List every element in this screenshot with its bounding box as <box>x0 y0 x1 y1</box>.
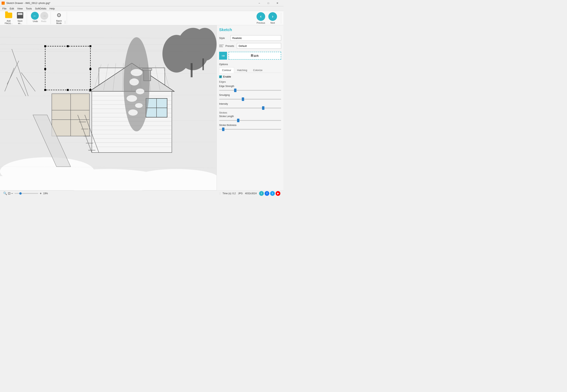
menu-softorbits[interactable]: SoftOrbits <box>33 6 48 11</box>
add-files-button[interactable]: AddFile(s)... <box>3 11 14 25</box>
stroke-length-section: Stroke Length <box>219 115 281 121</box>
menu-edit[interactable]: Edit <box>8 6 15 11</box>
info-icon[interactable]: i <box>259 191 264 196</box>
social-icons: i f t ▶ <box>259 191 280 196</box>
svg-rect-77 <box>67 45 69 47</box>
folder-icon <box>5 13 12 18</box>
tabs: Contour Hatching Colorize <box>219 67 281 73</box>
style-label: Style <box>219 37 229 40</box>
gear-icon: ⚙ <box>57 12 61 18</box>
facebook-icon[interactable]: f <box>265 191 269 196</box>
youtube-icon[interactable]: ▶ <box>276 191 280 196</box>
stroke-length-slider[interactable] <box>219 120 281 121</box>
undo-button[interactable]: ← <box>31 12 39 20</box>
svg-point-57 <box>136 89 144 94</box>
menu-help[interactable]: Help <box>48 6 56 11</box>
menu-file[interactable]: File <box>1 6 8 11</box>
edge-strength-section: Edge Strength <box>219 85 281 91</box>
save-as-label: Saveas... <box>17 20 22 24</box>
run-button[interactable]: Run <box>228 52 281 60</box>
redo-label: Redo <box>41 20 46 22</box>
previous-button[interactable]: ‹ <box>256 12 265 21</box>
options-label: Options <box>219 63 281 66</box>
add-files-label: AddFile(s)... <box>5 20 13 24</box>
presets-row: Presets Default Soft Hard <box>219 43 281 49</box>
enable-checkbox[interactable] <box>219 75 222 78</box>
smudging-label: Smudging <box>219 94 281 97</box>
smudging-slider[interactable] <box>219 99 281 99</box>
intensity-label: Intensity <box>219 102 281 105</box>
app-icon <box>1 1 5 5</box>
toolbar-group-batch: ⚙ BatchMode <box>52 12 67 24</box>
svg-rect-82 <box>67 89 69 91</box>
intensity-slider[interactable] <box>219 108 281 108</box>
svg-rect-80 <box>89 68 91 70</box>
tab-colorize[interactable]: Colorize <box>250 67 266 73</box>
svg-rect-65 <box>0 176 217 190</box>
save-icon <box>16 12 24 19</box>
strokes-label: Strokes <box>219 111 281 114</box>
svg-point-59 <box>135 103 142 108</box>
svg-rect-76 <box>44 45 46 47</box>
tab-hatching[interactable]: Hatching <box>234 67 250 73</box>
twitter-icon[interactable]: t <box>270 191 275 196</box>
svg-point-58 <box>127 95 137 101</box>
smudging-section: Smudging <box>219 94 281 100</box>
menu-bar: File Edit View Tools SoftOrbits Help <box>0 6 284 11</box>
presets-icon <box>219 43 224 48</box>
svg-point-5 <box>193 28 217 61</box>
svg-rect-81 <box>44 89 46 91</box>
toolbar: AddFile(s)... Saveas... ← → Undo Redo ⚙ … <box>0 11 284 25</box>
presets-select[interactable]: Default Soft Hard <box>237 43 281 49</box>
zoom-slider[interactable] <box>14 193 38 194</box>
add-files-icon <box>5 12 12 19</box>
save-as-button[interactable]: Saveas... <box>15 11 25 25</box>
file-format: JPG <box>238 192 242 195</box>
style-select[interactable]: Realistic Classic Cartoon <box>230 35 281 41</box>
zoom-out-button[interactable]: – <box>11 192 13 195</box>
svg-point-61 <box>131 69 142 76</box>
previous-label: Previous <box>257 22 265 24</box>
zoom-in-button[interactable]: + <box>40 192 42 195</box>
close-button[interactable]: ✕ <box>273 0 282 6</box>
stroke-thickness-section: Stroke thickness <box>219 124 281 130</box>
enable-label[interactable]: Enable <box>223 75 231 78</box>
edges-label: Edges <box>219 81 281 83</box>
next-button[interactable]: › <box>268 12 277 21</box>
batch-mode-button[interactable]: ⚙ BatchMode <box>54 11 64 25</box>
window-controls: – □ ✕ <box>255 0 282 6</box>
save-disk-icon <box>17 12 23 18</box>
zoom-thumb[interactable] <box>19 192 22 195</box>
toolbar-group-files: AddFile(s)... Saveas... <box>1 12 27 24</box>
zoom-percent: 19% <box>43 192 48 195</box>
sketch-svg <box>0 25 217 191</box>
status-bar: 🔍 ⊡ – + 19% Time (s): 0.2 JPG 4032x3024 … <box>0 191 284 196</box>
minimize-button[interactable]: – <box>255 0 264 6</box>
svg-rect-8 <box>202 58 204 70</box>
maximize-button[interactable]: □ <box>264 0 273 6</box>
svg-rect-78 <box>89 45 91 47</box>
time-status: Time (s): 0.2 <box>220 192 236 195</box>
run-btn-container: ⇒ Run <box>219 52 281 60</box>
edge-strength-slider[interactable] <box>219 90 281 91</box>
main-content: Sketch Style Realistic Classic Cartoon P… <box>0 25 284 191</box>
svg-rect-83 <box>89 89 91 91</box>
crop-icon[interactable]: ⊡ <box>8 192 10 195</box>
enable-row: Enable <box>219 75 281 78</box>
canvas-area[interactable] <box>0 25 217 191</box>
window-title: Sketch Drawer - IMG_0912~photo.jpg* <box>6 1 50 4</box>
menu-tools[interactable]: Tools <box>24 6 33 11</box>
style-row: Style Realistic Classic Cartoon <box>219 35 281 41</box>
presets-label: Presets <box>226 44 235 47</box>
menu-view[interactable]: View <box>15 6 24 11</box>
panel-title: Sketch <box>219 28 281 32</box>
stroke-thickness-slider[interactable] <box>219 129 281 130</box>
zoom-fit-icon[interactable]: 🔍 <box>3 192 7 195</box>
batch-icon: ⚙ <box>56 12 63 19</box>
svg-rect-7 <box>191 63 193 77</box>
redo-button[interactable]: → <box>40 12 48 20</box>
toolbar-group-undoredo: ← → Undo Redo <box>28 12 51 24</box>
status-content: 🔍 ⊡ – + 19% Time (s): 0.2 JPG 4032x3024 … <box>1 191 282 196</box>
stroke-length-label: Stroke Length <box>219 115 281 118</box>
tab-contour[interactable]: Contour <box>219 67 234 73</box>
